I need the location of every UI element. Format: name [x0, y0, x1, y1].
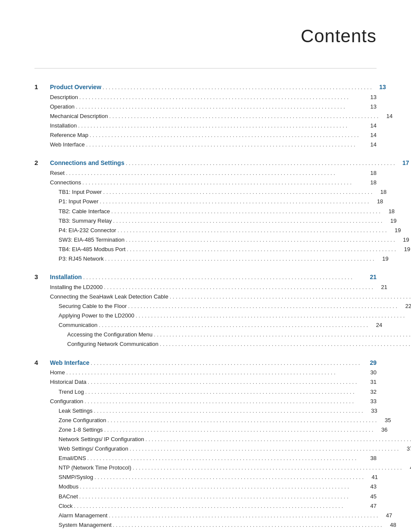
toc-entry-label: P1: Input Power — [59, 197, 99, 206]
toc-section-label: Installation — [50, 272, 82, 283]
toc-section-page: 21 — [364, 272, 377, 283]
toc-entry-row: Configuring Network Communication . . . … — [34, 339, 377, 349]
toc-entry-label: Zone Configuration — [59, 416, 106, 425]
toc-entry-row: Reference Map . . . . . . . . . . . . . … — [34, 131, 377, 140]
toc-dots: . . . . . . . . . . . . . . . . . . . . … — [65, 368, 364, 377]
toc-entry-page: 36 — [374, 425, 387, 435]
toc-section-page: 17 — [396, 158, 409, 168]
toc-entry-row: Clock . . . . . . . . . . . . . . . . . … — [34, 501, 377, 511]
toc-entry-page: 22 — [399, 302, 411, 311]
toc-entry-label: Email/DNS — [59, 454, 86, 463]
toc-dots: . . . . . . . . . . . . . . . . . . . . … — [107, 511, 379, 520]
toc-container: 1Product Overview . . . . . . . . . . . … — [34, 81, 377, 530]
toc-entry-label: Securing Cable to the Floor — [59, 302, 127, 311]
toc-section-label: Connections and Settings — [50, 158, 125, 168]
toc-dots: . . . . . . . . . . . . . . . . . . . . … — [75, 102, 364, 112]
toc-section: 2Connections and Settings . . . . . . . … — [34, 157, 377, 264]
toc-entry-row: NTP (Network Time Protocol) . . . . . . … — [34, 463, 377, 473]
toc-entry-label: Mechanical Description — [50, 112, 108, 121]
toc-dots: . . . . . . . . . . . . . . . . . . . . … — [104, 254, 376, 264]
toc-entry-label: Operation — [50, 102, 75, 112]
toc-dots: . . . . . . . . . . . . . . . . . . . . … — [81, 178, 364, 187]
toc-entry-page: 45 — [364, 492, 377, 501]
toc-entry-page: 47 — [379, 511, 392, 520]
toc-section-page: 29 — [364, 358, 377, 368]
toc-section-number: 4 — [34, 357, 50, 368]
toc-entry-label: Connections — [50, 178, 81, 187]
toc-entry-row: TB1: Input Power . . . . . . . . . . . .… — [34, 187, 377, 197]
toc-entry-page: 32 — [364, 387, 377, 397]
toc-dots: . . . . . . . . . . . . . . . . . . . . … — [112, 520, 383, 530]
toc-entry-label: Web Settings/ Configuration — [59, 444, 128, 454]
toc-entry-label: Configuring Network Communication — [67, 339, 159, 349]
toc-entry-page: 19 — [397, 245, 410, 254]
toc-entry-page: 21 — [374, 283, 387, 292]
toc-entry-row: P1: Input Power . . . . . . . . . . . . … — [34, 197, 377, 206]
toc-entry-row: SNMP/Syslog . . . . . . . . . . . . . . … — [34, 473, 377, 482]
toc-entry-row: Network Settings/ IP Configuration . . .… — [34, 435, 377, 444]
toc-entry-label: Reference Map — [50, 131, 88, 140]
toc-entry-row: System Management . . . . . . . . . . . … — [34, 520, 377, 530]
toc-dots: . . . . . . . . . . . . . . . . . . . . … — [144, 435, 411, 444]
toc-entry-page: 19 — [383, 216, 396, 226]
toc-entry-row: Applying Power to the LD2000 . . . . . .… — [34, 311, 377, 320]
toc-entry-row: Zone Configuration . . . . . . . . . . .… — [34, 416, 377, 425]
toc-dots: . . . . . . . . . . . . . . . . . . . . … — [153, 330, 411, 339]
toc-entry-page: 18 — [374, 187, 386, 197]
toc-dots: . . . . . . . . . . . . . . . . . . . . … — [102, 187, 374, 197]
toc-dots: . . . . . . . . . . . . . . . . . . . . … — [83, 397, 364, 406]
toc-section-label: Web Interface — [50, 358, 90, 368]
toc-section: 4Web Interface . . . . . . . . . . . . .… — [34, 357, 377, 530]
toc-dots: . . . . . . . . . . . . . . . . . . . . … — [78, 492, 364, 501]
toc-entry-label: Zone 1-8 Settings — [59, 425, 103, 435]
toc-entry-label: Web Interface — [50, 140, 85, 149]
toc-dots: . . . . . . . . . . . . . . . . . . . . … — [88, 131, 364, 140]
toc-dots: . . . . . . . . . . . . . . . . . . . . … — [85, 140, 364, 149]
toc-entry-page: 14 — [380, 112, 392, 121]
toc-entry-row: Connections . . . . . . . . . . . . . . … — [34, 178, 377, 187]
toc-entry-page: 18 — [382, 207, 395, 216]
toc-dots: . . . . . . . . . . . . . . . . . . . . … — [90, 358, 364, 368]
toc-entry-label: TB3: Summary Relay — [59, 216, 112, 226]
page-container: Contents 1Product Overview . . . . . . .… — [0, 0, 411, 532]
toc-entry-page: 18 — [364, 168, 377, 178]
toc-entry-page: 13 — [364, 93, 377, 102]
toc-entry-label: Leak Settings — [59, 406, 93, 416]
toc-main-row: 2Connections and Settings . . . . . . . … — [34, 157, 377, 168]
toc-dots: . . . . . . . . . . . . . . . . . . . . … — [125, 159, 396, 168]
toc-entry-row: Web Interface . . . . . . . . . . . . . … — [34, 140, 377, 149]
toc-dots: . . . . . . . . . . . . . . . . . . . . … — [93, 473, 365, 482]
toc-entry-row: Historical Data . . . . . . . . . . . . … — [34, 377, 377, 387]
toc-entry-row: BACnet . . . . . . . . . . . . . . . . .… — [34, 492, 377, 501]
toc-dots: . . . . . . . . . . . . . . . . . . . . … — [78, 93, 364, 102]
toc-entry-page: 19 — [396, 235, 409, 245]
toc-entry-page: 35 — [378, 416, 391, 425]
toc-entry-label: BACnet — [59, 492, 78, 501]
toc-entry-label: Modbus — [59, 482, 78, 492]
toc-entry-page: 31 — [364, 377, 377, 387]
toc-entry-page: 24 — [369, 320, 382, 330]
toc-entry-label: TB2: Cable Interface — [59, 207, 110, 216]
toc-entry-label: Reset — [50, 168, 65, 178]
toc-entry-label: Applying Power to the LD2000 — [59, 311, 134, 320]
toc-entry-label: Alarm Management — [59, 511, 107, 520]
toc-entry-label: System Management — [59, 520, 112, 530]
toc-entry-row: Securing Cable to the Floor . . . . . . … — [34, 302, 377, 311]
toc-dots: . . . . . . . . . . . . . . . . . . . . … — [78, 482, 364, 492]
toc-entry-page: 18 — [364, 178, 377, 187]
toc-dots: . . . . . . . . . . . . . . . . . . . . … — [159, 339, 411, 349]
toc-section-number: 3 — [34, 271, 50, 283]
toc-dots: . . . . . . . . . . . . . . . . . . . . … — [128, 444, 400, 454]
toc-dots: . . . . . . . . . . . . . . . . . . . . … — [106, 416, 378, 425]
toc-section: 1Product Overview . . . . . . . . . . . … — [34, 81, 377, 149]
toc-section: 3Installation . . . . . . . . . . . . . … — [34, 271, 377, 349]
toc-entry-label: Network Settings/ IP Configuration — [59, 435, 144, 444]
toc-entry-label: Description — [50, 93, 78, 102]
toc-entry-row: Trend Log . . . . . . . . . . . . . . . … — [34, 387, 377, 397]
toc-entry-page: 43 — [364, 482, 377, 492]
toc-dots: . . . . . . . . . . . . . . . . . . . . … — [97, 320, 369, 330]
toc-entry-row: TB3: Summary Relay . . . . . . . . . . .… — [34, 216, 377, 226]
toc-dots: . . . . . . . . . . . . . . . . . . . . … — [127, 302, 399, 311]
toc-dots: . . . . . . . . . . . . . . . . . . . . … — [103, 425, 375, 435]
toc-entry-label: Trend Log — [59, 387, 84, 397]
